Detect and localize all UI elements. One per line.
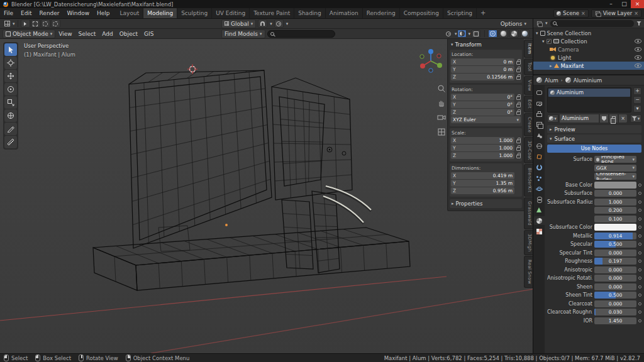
surface-section-header[interactable]: ▾ Surface bbox=[547, 134, 641, 143]
location-x-field[interactable]: X0 m bbox=[451, 58, 514, 65]
rotation-y-field[interactable]: Y0° bbox=[451, 101, 514, 108]
use-nodes-button[interactable]: Use Nodes bbox=[547, 145, 641, 153]
material-properties-tab[interactable] bbox=[534, 216, 545, 225]
menu-help[interactable]: Help bbox=[93, 8, 114, 18]
animate-dot[interactable] bbox=[638, 243, 641, 246]
roughness-slider[interactable]: 0.197 bbox=[594, 258, 636, 265]
blenderkit-search-input[interactable] bbox=[267, 30, 335, 38]
subsurface-color-swatch[interactable] bbox=[594, 224, 636, 231]
material-slot-aluminium[interactable]: Aluminium bbox=[548, 89, 630, 97]
animate-dot[interactable] bbox=[638, 277, 641, 280]
slot-specials-dropdown[interactable]: ▾ bbox=[633, 105, 641, 112]
rotation-x-field[interactable]: X0° bbox=[451, 94, 514, 101]
workspace-tab-rendering[interactable]: Rendering bbox=[363, 8, 400, 18]
lock-icon[interactable] bbox=[516, 155, 521, 158]
eye-icon[interactable] bbox=[635, 63, 641, 68]
proportional-editing-icon[interactable] bbox=[274, 19, 284, 28]
animate-dot[interactable] bbox=[638, 209, 641, 212]
view-layer-unlink-icon[interactable]: × bbox=[634, 11, 638, 16]
animate-dot[interactable] bbox=[638, 310, 641, 314]
animate-dot[interactable] bbox=[638, 226, 641, 229]
render-properties-tab[interactable] bbox=[534, 99, 545, 107]
output-properties-tab[interactable] bbox=[534, 109, 545, 118]
material-filter-dropdown[interactable]: ▾ bbox=[630, 114, 641, 123]
minimize-button[interactable]: – bbox=[604, 0, 618, 8]
physics-properties-tab[interactable] bbox=[534, 184, 545, 193]
add-slot-button[interactable]: + bbox=[633, 87, 641, 95]
object-menu[interactable]: Object bbox=[116, 31, 141, 37]
sidebar-tab-view[interactable]: View bbox=[524, 76, 533, 95]
specular-slider[interactable]: 0.500 bbox=[594, 241, 636, 248]
workspace-tab-uv-editing[interactable]: UV Editing bbox=[212, 8, 250, 18]
texture-properties-tab[interactable] bbox=[534, 227, 545, 236]
pan-hand-icon[interactable] bbox=[437, 99, 446, 107]
rotation-z-field[interactable]: Z0° bbox=[451, 109, 514, 116]
surface-shader-dropdown[interactable]: Principled BSDF ▾ bbox=[594, 156, 636, 163]
workspace-tab-shading[interactable]: Shading bbox=[294, 8, 326, 18]
world-properties-tab[interactable] bbox=[534, 141, 545, 150]
lock-icon[interactable] bbox=[516, 111, 521, 115]
measure-tool-button[interactable] bbox=[4, 136, 17, 148]
workspace-tab-layout[interactable]: Layout bbox=[116, 8, 144, 18]
location-y-field[interactable]: Y0 m bbox=[451, 66, 514, 73]
snap-options-dropdown[interactable]: ▾ bbox=[270, 21, 272, 26]
scene-selector[interactable]: Scene × bbox=[553, 9, 589, 18]
rotate-tool-button[interactable] bbox=[4, 83, 17, 96]
scene-properties-tab[interactable] bbox=[534, 131, 545, 140]
workspace-tab-sculpting[interactable]: Sculpting bbox=[177, 8, 212, 18]
sidebar-tab-tool[interactable]: Tool bbox=[524, 58, 533, 75]
eye-icon[interactable] bbox=[635, 39, 641, 43]
unlink-material-icon[interactable]: × bbox=[619, 114, 627, 123]
ior-field[interactable]: 1.450 bbox=[594, 317, 636, 324]
anisotropic-slider[interactable]: 0.000 bbox=[594, 266, 636, 273]
breadcrumb-object[interactable]: Alum bbox=[545, 77, 558, 84]
transform-orientation-dropdown[interactable]: Global ▾ bbox=[221, 19, 256, 28]
outliner-row-camera[interactable]: Camera bbox=[533, 45, 644, 53]
breadcrumb-material[interactable]: Aluminium bbox=[574, 77, 602, 84]
animate-dot[interactable] bbox=[638, 200, 641, 204]
navigation-gizmo[interactable] bbox=[417, 47, 445, 75]
animate-dot[interactable] bbox=[638, 302, 641, 305]
lock-icon[interactable] bbox=[516, 96, 521, 100]
lock-icon[interactable] bbox=[516, 147, 521, 151]
toggle-xray-icon[interactable] bbox=[471, 30, 480, 38]
workspace-tab-compositing[interactable]: Compositing bbox=[400, 8, 443, 18]
clearcoat-slider[interactable]: 0.000 bbox=[594, 300, 636, 307]
constraint-properties-tab[interactable] bbox=[534, 195, 545, 204]
shading-material-icon[interactable] bbox=[509, 30, 519, 38]
animate-dot[interactable] bbox=[638, 217, 641, 221]
modifier-properties-tab[interactable] bbox=[534, 163, 545, 172]
blenderkit-asset-dropdown[interactable]: Find Models ▾ bbox=[221, 30, 265, 38]
workspace-tab-scripting[interactable]: Scripting bbox=[443, 8, 477, 18]
workspace-tab-texture-paint[interactable]: Texture Paint bbox=[250, 8, 294, 18]
view-menu[interactable]: View bbox=[55, 31, 75, 37]
outliner-row-collection[interactable]: ▾ ✓ Collection bbox=[533, 37, 644, 45]
tweak-tool-icon[interactable] bbox=[21, 19, 30, 28]
select-menu[interactable]: Select bbox=[75, 31, 99, 37]
menu-render[interactable]: Render bbox=[36, 8, 64, 18]
clearcoat-roughness-slider[interactable]: 0.030 bbox=[594, 309, 636, 315]
sidebar-tab-3dmigh[interactable]: 3DMigh bbox=[524, 230, 533, 256]
cursor-tool-button[interactable] bbox=[4, 57, 17, 69]
new-material-icon[interactable] bbox=[609, 114, 618, 123]
maximize-button[interactable]: □ bbox=[618, 0, 631, 8]
eye-icon[interactable] bbox=[635, 55, 641, 60]
snap-magnet-icon[interactable] bbox=[258, 19, 267, 28]
add-workspace-button[interactable]: + bbox=[477, 8, 489, 18]
lock-icon[interactable] bbox=[516, 61, 521, 65]
close-button[interactable]: × bbox=[631, 0, 644, 8]
add-menu[interactable]: Add bbox=[99, 31, 116, 37]
subsurface-radius-field[interactable]: 0.100 bbox=[594, 216, 636, 222]
anisotropic-rotation-slider[interactable]: 0.000 bbox=[594, 275, 636, 282]
transform-tool-button[interactable] bbox=[4, 109, 17, 122]
transform-panel-header[interactable]: ▾ Transform bbox=[450, 40, 522, 50]
lock-icon[interactable] bbox=[516, 69, 521, 72]
editor-type-icon[interactable] bbox=[3, 19, 12, 28]
mode-dropdown[interactable]: Object Mode ▾ bbox=[3, 30, 55, 38]
sidebar-tab-real-snow[interactable]: Real Snow bbox=[524, 256, 533, 288]
object-properties-tab[interactable] bbox=[534, 152, 545, 161]
sidebar-tab-3d-coat[interactable]: 3D-Coat bbox=[524, 137, 533, 164]
lock-icon[interactable] bbox=[516, 104, 521, 107]
animate-dot[interactable] bbox=[638, 234, 641, 238]
subsurface-radius-field[interactable]: 1.000 bbox=[594, 199, 636, 206]
